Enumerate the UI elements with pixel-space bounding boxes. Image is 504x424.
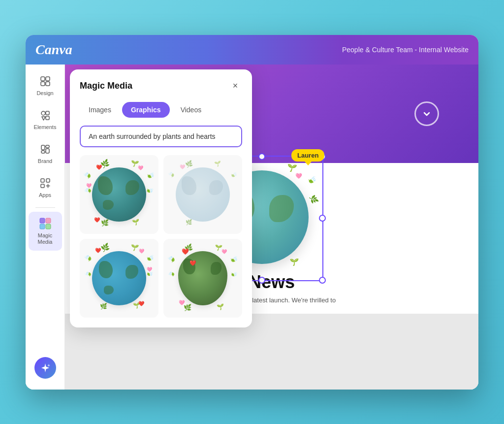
design-icon xyxy=(38,74,52,88)
tab-images[interactable]: Images xyxy=(80,102,120,118)
brand-label: Brand xyxy=(38,158,52,164)
design-label: Design xyxy=(36,90,53,97)
g3-heart-1: ❤️ xyxy=(95,248,101,253)
g1-heart-4: 🩷 xyxy=(86,183,92,188)
g2-leaf-1: 🌿 xyxy=(185,160,193,168)
g3-leaf-7: 🍃 xyxy=(84,270,92,278)
sidebar-item-elements[interactable]: Elements xyxy=(29,103,62,135)
g1-leaf-8: 🍃 xyxy=(146,186,154,195)
g3-leaf-4: 🍃 xyxy=(145,252,156,263)
canvas-leaf-6: 🌿 xyxy=(309,194,319,204)
sidebar-item-magic-media[interactable]: Magic Media xyxy=(29,212,62,250)
svg-rect-8 xyxy=(41,145,45,150)
user-tooltip: Lauren xyxy=(291,149,324,162)
g4-heart-2: ❤️ xyxy=(189,260,196,266)
tab-videos[interactable]: Videos xyxy=(172,102,211,118)
earth-3 xyxy=(92,251,146,305)
graphic-result-1[interactable]: 🌿 🌱 🍃 🍃 🌿 🌱 🍃 🍃 ❤️ 🩷 ❤️ 🩷 xyxy=(80,155,158,234)
g4-leaf-3: 🍃 xyxy=(166,253,176,264)
g2-heart-1: 🩷 xyxy=(180,164,185,169)
svg-rect-5 xyxy=(46,111,49,115)
g1-leaf-4: 🍃 xyxy=(146,169,157,180)
svg-rect-18 xyxy=(46,218,51,223)
g1-heart-1: ❤️ xyxy=(96,164,102,170)
svg-rect-17 xyxy=(40,218,45,223)
sidebar-item-brand[interactable]: Brand xyxy=(29,137,62,169)
canva-header: Canva People & Culture Team - Internal W… xyxy=(26,35,478,65)
tooltip-arrow xyxy=(305,162,312,165)
g1-leaf-6: 🌱 xyxy=(132,219,139,226)
svg-rect-3 xyxy=(46,82,50,86)
tab-graphics[interactable]: Graphics xyxy=(122,102,170,118)
graphic-result-3[interactable]: 🌿 🌱 🍃 🍃 🌿 🌱 🍃 🍃 ❤️ 🩷 ❤️ 🩷 xyxy=(80,239,158,318)
graphic-result-2[interactable]: 🌿 🌱 🌿 🍃 🍃 🩷 xyxy=(163,155,242,234)
modal-header: Magic Media × xyxy=(80,79,242,93)
search-input[interactable] xyxy=(80,126,242,147)
sidebar-item-apps[interactable]: Apps xyxy=(29,171,62,203)
g4-leaf-4: 🍃 xyxy=(229,253,239,264)
svg-point-4 xyxy=(41,111,45,115)
svg-rect-1 xyxy=(46,77,50,81)
g2-leaf-2: 🌱 xyxy=(214,161,221,167)
magic-media-label: Magic Media xyxy=(32,232,58,245)
g4-heart-4: 🩷 xyxy=(221,249,227,254)
svg-rect-2 xyxy=(41,82,45,86)
g3-leaf-2: 🌱 xyxy=(129,242,139,252)
chevron-down-icon[interactable] xyxy=(414,101,439,126)
canvas-leaf-4: 🍃 xyxy=(306,173,318,186)
g4-leaf-5: 🌿 xyxy=(184,304,191,311)
g3-heart-2: 🩷 xyxy=(139,249,144,254)
g4-heart-1: ❤️ xyxy=(182,248,189,255)
modal-title: Magic Media xyxy=(80,81,132,91)
g2-leaf-5: 🍃 xyxy=(230,170,239,179)
magic-media-icon xyxy=(38,217,52,230)
svg-rect-0 xyxy=(41,77,45,81)
g3-leaf-3: 🍃 xyxy=(82,252,93,263)
search-wrapper xyxy=(80,126,242,147)
g3-leaf-1: 🌿 xyxy=(100,242,110,252)
elements-label: Elements xyxy=(34,124,57,130)
brand-icon xyxy=(38,142,52,156)
g4-leaf-7: 🍃 xyxy=(167,270,175,278)
graphic-result-4[interactable]: 🌿 🌱 🍃 🍃 🌿 🌱 🍃 🍃 ❤️ ❤️ 🩷 🩷 xyxy=(163,239,242,318)
magic-assistant-button[interactable] xyxy=(34,357,56,379)
sidebar-item-design[interactable]: Design xyxy=(29,69,62,101)
apps-icon xyxy=(38,176,52,190)
svg-rect-12 xyxy=(41,179,44,182)
g2-leaf-4: 🍃 xyxy=(167,170,176,179)
g3-leaf-5: 🌿 xyxy=(100,303,107,310)
g1-heart-3: ❤️ xyxy=(94,217,100,223)
svg-marker-6 xyxy=(42,117,45,120)
magic-media-modal: Magic Media × Images Graphics Videos xyxy=(70,69,252,327)
canvas-leaf-2: 🌱 xyxy=(285,162,297,174)
g3-heart-4: 🩷 xyxy=(147,267,152,272)
tooltip-user-name: Lauren xyxy=(297,152,318,159)
g3-heart-3: ❤️ xyxy=(138,301,144,306)
earth-1 xyxy=(92,167,146,222)
g4-heart-3: 🩷 xyxy=(179,300,185,305)
svg-rect-7 xyxy=(46,116,49,120)
main-area: Design Elements xyxy=(26,65,478,390)
image-grid: 🌿 🌱 🍃 🍃 🌿 🌱 🍃 🍃 ❤️ 🩷 ❤️ 🩷 xyxy=(80,155,242,318)
svg-rect-13 xyxy=(46,179,50,182)
canvas-heart-2: 🩷 xyxy=(295,173,302,179)
earth-2 xyxy=(176,167,230,222)
sidebar: Design Elements xyxy=(26,65,65,390)
modal-close-button[interactable]: × xyxy=(228,79,242,93)
g1-heart-2: 🩷 xyxy=(138,165,143,170)
header-right-text: People & Culture Team - Internal Website xyxy=(342,46,469,54)
svg-rect-10 xyxy=(41,151,45,153)
earth-4 xyxy=(178,251,227,305)
svg-rect-14 xyxy=(41,184,44,188)
g1-leaf-5: 🌿 xyxy=(101,219,109,227)
g1-leaf-3: 🍃 xyxy=(82,169,93,180)
g2-leaf-3: 🌿 xyxy=(186,219,192,226)
browser-window: Canva People & Culture Team - Internal W… xyxy=(26,35,478,390)
svg-rect-11 xyxy=(46,149,49,153)
svg-rect-9 xyxy=(46,145,49,148)
canva-logo: Canva xyxy=(35,42,72,58)
g4-leaf-8: 🍃 xyxy=(230,270,238,278)
svg-rect-20 xyxy=(46,224,51,229)
sidebar-divider xyxy=(35,207,55,208)
canvas-area: A day of giving Our upcoming Community D… xyxy=(65,65,478,390)
